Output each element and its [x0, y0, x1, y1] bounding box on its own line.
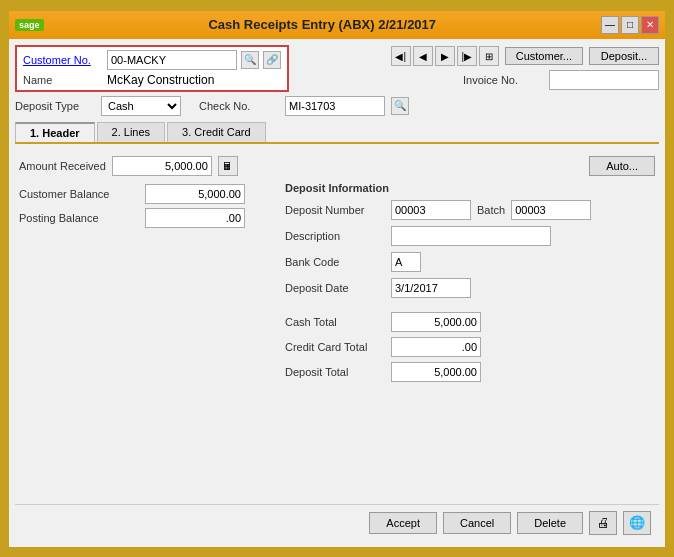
balance-grid: Customer Balance 5,000.00 Posting Balanc… — [19, 184, 269, 228]
cancel-button[interactable]: Cancel — [443, 512, 511, 534]
tab-lines[interactable]: 2. Lines — [97, 122, 166, 142]
header-row: Customer No. 🔍 🔗 Name McKay Construction… — [15, 45, 659, 92]
calculator-icon[interactable]: 🖩 — [218, 156, 238, 176]
customer-block: Customer No. 🔍 🔗 Name McKay Construction — [15, 45, 289, 92]
invoice-no-label: Invoice No. — [463, 74, 543, 86]
check-no-label: Check No. — [199, 100, 279, 112]
left-panel: Amount Received 🖩 Customer Balance 5,000… — [19, 156, 269, 496]
deposit-total-row: Deposit Total — [285, 362, 655, 382]
cash-total-label: Cash Total — [285, 316, 385, 328]
totals-section: Cash Total Credit Card Total Deposit Tot… — [285, 312, 655, 382]
deposit-number-label: Deposit Number — [285, 204, 385, 216]
posting-balance-label: Posting Balance — [19, 208, 139, 228]
credit-card-total-row: Credit Card Total — [285, 337, 655, 357]
sage-logo: sage — [15, 19, 44, 31]
title-bar: sage Cash Receipts Entry (ABX) 2/21/2017… — [9, 11, 665, 39]
grid-icon[interactable]: ⊞ — [479, 46, 499, 66]
cash-total-row: Cash Total — [285, 312, 655, 332]
window-content: Customer No. 🔍 🔗 Name McKay Construction… — [9, 39, 665, 547]
deposit-number-input[interactable] — [391, 200, 471, 220]
close-button[interactable]: ✕ — [641, 16, 659, 34]
amount-received-label: Amount Received — [19, 160, 106, 172]
window-title: Cash Receipts Entry (ABX) 2/21/2017 — [44, 17, 601, 32]
nav-last-button[interactable]: |▶ — [457, 46, 477, 66]
right-panel: Auto... Deposit Information Deposit Numb… — [285, 156, 655, 496]
title-bar-controls: — □ ✕ — [601, 16, 659, 34]
description-input[interactable] — [391, 226, 551, 246]
bottom-bar: Accept Cancel Delete 🖨 🌐 — [15, 504, 659, 541]
deposit-total-label: Deposit Total — [285, 366, 385, 378]
customer-balance-value: 5,000.00 — [145, 184, 245, 204]
customer-button[interactable]: Customer... — [505, 47, 583, 65]
deposit-date-label: Deposit Date — [285, 282, 385, 294]
batch-input[interactable] — [511, 200, 591, 220]
description-row: Description — [285, 226, 655, 246]
main-content-area: Amount Received 🖩 Customer Balance 5,000… — [15, 148, 659, 500]
invoice-no-input[interactable] — [549, 70, 659, 90]
title-bar-left: sage — [15, 19, 44, 31]
deposit-type-row: Deposit Type Cash Check No. 🔍 — [15, 96, 659, 116]
minimize-button[interactable]: — — [601, 16, 619, 34]
customer-balance-label: Customer Balance — [19, 184, 139, 204]
nav-first-button[interactable]: ◀| — [391, 46, 411, 66]
cash-total-input[interactable] — [391, 312, 481, 332]
nav-next-button[interactable]: ▶ — [435, 46, 455, 66]
tabs-row: 1. Header 2. Lines 3. Credit Card — [15, 122, 659, 144]
delete-button[interactable]: Delete — [517, 512, 583, 534]
batch-label: Batch — [477, 204, 505, 216]
accept-button[interactable]: Accept — [369, 512, 437, 534]
customer-no-input[interactable] — [107, 50, 237, 70]
deposit-type-select[interactable]: Cash — [101, 96, 181, 116]
deposit-button[interactable]: Deposit... — [589, 47, 659, 65]
name-row: Name McKay Construction — [23, 73, 281, 87]
check-search-icon[interactable]: 🔍 — [391, 97, 409, 115]
posting-balance-value: .00 — [145, 208, 245, 228]
nav-prev-button[interactable]: ◀ — [413, 46, 433, 66]
bank-code-label: Bank Code — [285, 256, 385, 268]
deposit-date-input[interactable] — [391, 278, 471, 298]
maximize-button[interactable]: □ — [621, 16, 639, 34]
tab-header[interactable]: 1. Header — [15, 122, 95, 142]
name-value: McKay Construction — [107, 73, 214, 87]
deposit-total-input[interactable] — [391, 362, 481, 382]
deposit-type-label: Deposit Type — [15, 100, 95, 112]
deposit-number-row: Deposit Number Batch — [285, 200, 655, 220]
auto-button[interactable]: Auto... — [589, 156, 655, 176]
deposit-date-row: Deposit Date — [285, 278, 655, 298]
tab-credit-card[interactable]: 3. Credit Card — [167, 122, 265, 142]
credit-card-total-input[interactable] — [391, 337, 481, 357]
bank-code-input[interactable] — [391, 252, 421, 272]
description-label: Description — [285, 230, 385, 242]
amount-received-row: Amount Received 🖩 — [19, 156, 269, 176]
printer-icon[interactable]: 🖨 — [589, 511, 617, 535]
bank-code-row: Bank Code — [285, 252, 655, 272]
deposit-info-title: Deposit Information — [285, 182, 655, 194]
magnet-icon[interactable]: 🔗 — [263, 51, 281, 69]
name-label: Name — [23, 74, 103, 86]
main-window: sage Cash Receipts Entry (ABX) 2/21/2017… — [7, 9, 667, 549]
search-icon[interactable]: 🔍 — [241, 51, 259, 69]
customer-no-row: Customer No. 🔍 🔗 — [23, 50, 281, 70]
navigation-buttons: ◀| ◀ ▶ |▶ ⊞ — [391, 46, 499, 66]
customer-no-label[interactable]: Customer No. — [23, 54, 103, 66]
globe-icon[interactable]: 🌐 — [623, 511, 651, 535]
check-no-input[interactable] — [285, 96, 385, 116]
amount-received-input[interactable] — [112, 156, 212, 176]
credit-card-total-label: Credit Card Total — [285, 341, 385, 353]
